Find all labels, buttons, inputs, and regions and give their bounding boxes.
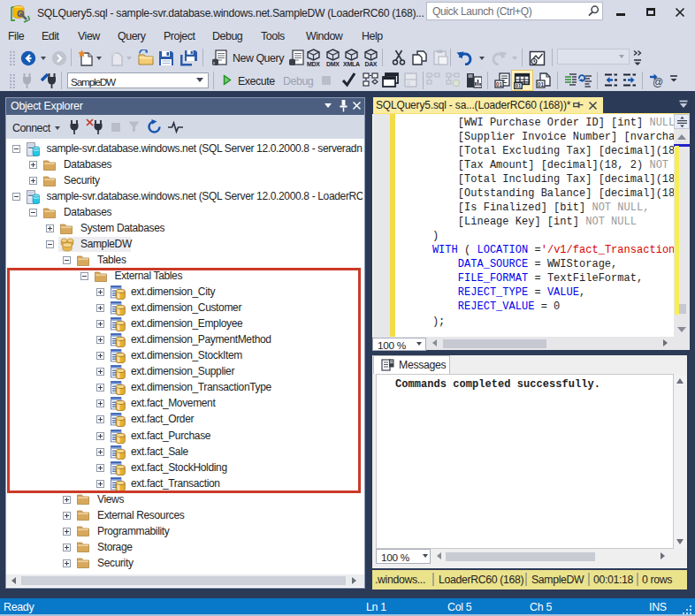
svg-text:@: @ — [653, 76, 663, 88]
svg-text:01: 01 — [516, 83, 522, 88]
svg-text:01: 01 — [538, 81, 545, 87]
svg-text:XMLA: XMLA — [343, 61, 360, 67]
svg-text:DAX: DAX — [365, 61, 378, 67]
svg-text:MDX: MDX — [307, 61, 320, 67]
svg-text:01: 01 — [496, 81, 503, 87]
svg-text:DMX: DMX — [326, 61, 340, 67]
